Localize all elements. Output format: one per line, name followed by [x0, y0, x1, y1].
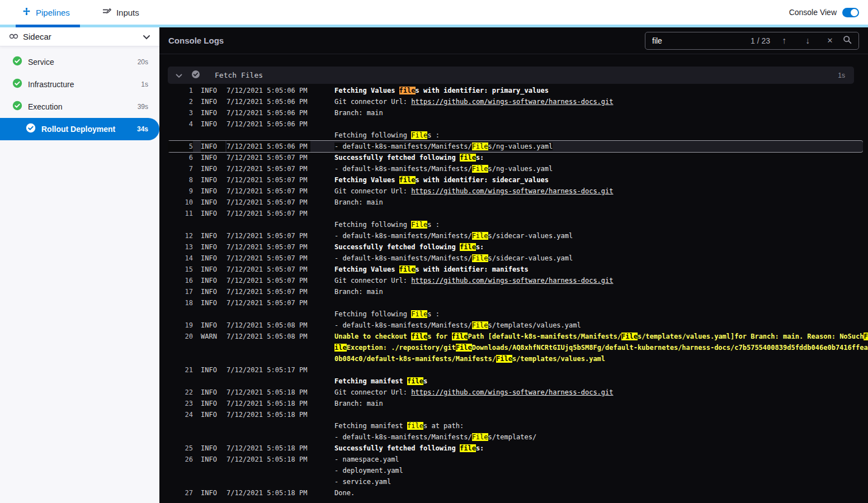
log-line-5: 5INFO7/12/2021 5:05:06 PM- default-k8s-m…	[168, 141, 863, 152]
stage-header-sidecar[interactable]: Sidecar	[0, 27, 159, 46]
search-match: file	[460, 444, 476, 452]
log-line-13: 13INFO7/12/2021 5:05:07 PMSuccessfully f…	[168, 241, 863, 253]
search-match: File	[411, 131, 427, 139]
log-message-row	[334, 297, 863, 309]
log-text: s :	[427, 310, 440, 318]
chevron-down-icon[interactable]	[143, 32, 150, 42]
section-duration: 1s	[838, 72, 845, 79]
log-message: Unable to checkout files for filePath [d…	[334, 331, 863, 364]
log-timestamp: 7/12/2021 5:05:08 PM	[227, 320, 310, 331]
section-title: Fetch Files	[215, 71, 838, 79]
tab-pipelines-label: Pipelines	[36, 8, 70, 17]
log-text: s at path:	[423, 422, 464, 430]
log-line-number: 18	[168, 297, 193, 309]
log-text: s/ng-values.yaml	[488, 165, 553, 173]
search-icon[interactable]	[843, 35, 852, 46]
log-message: - default-k8s-manifests/Manifests/Files/…	[334, 230, 863, 241]
tab-strip	[0, 25, 868, 27]
log-message: Git connector Url: https://github.com/wi…	[334, 275, 863, 286]
log-viewport[interactable]: Fetch Files 1s 1INFO7/12/2021 5:05:06 PM…	[159, 54, 868, 503]
sidebar-item-rollout-deployment[interactable]: Rollout Deployment34s	[0, 118, 159, 140]
log-line-number: 8	[168, 174, 193, 186]
console-panel: Console Logs 1 / 23 ↑ ↓ ✕ Fetch	[159, 27, 868, 503]
log-level: INFO	[201, 197, 225, 208]
log-text: Downloads/AQ8xhfNCRtGIUjq5bSM8Fg/default…	[472, 344, 868, 352]
log-message: Fetching following Files :	[334, 297, 863, 320]
search-input[interactable]	[652, 36, 746, 45]
log-message-row: - default-k8s-manifests/Manifests/Files/…	[334, 230, 863, 241]
log-timestamp: 7/12/2021 5:05:07 PM	[227, 163, 310, 174]
log-text: Successfully fetched following	[334, 154, 460, 162]
log-timestamp: 7/12/2021 5:05:07 PM	[227, 152, 310, 163]
step-duration: 34s	[137, 125, 148, 133]
log-message: - default-k8s-manifests/Manifests/Files/…	[334, 163, 863, 174]
log-line-6: 6INFO7/12/2021 5:05:07 PMSuccessfully fe…	[168, 152, 863, 163]
section-chevron-down-icon[interactable]	[176, 70, 182, 80]
log-line-number: 20	[168, 331, 193, 342]
search-match: File	[411, 310, 427, 318]
search-prev-button[interactable]: ↑	[775, 36, 794, 46]
log-message: Branch: main	[334, 197, 863, 208]
log-message-row: Fetching manifest files	[334, 376, 863, 387]
log-message: Fetching manifest files at path:- defaul…	[334, 409, 863, 443]
log-line-2: 2INFO7/12/2021 5:05:06 PMGit connector U…	[168, 96, 863, 107]
log-message: Fetching Values files with identifier: s…	[334, 174, 863, 186]
log-text: - default-k8s-manifests/Manifests/	[334, 232, 472, 240]
tab-inputs[interactable]: Inputs	[102, 7, 139, 17]
log-message: Git connector Url: https://github.com/wi…	[334, 387, 863, 398]
log-link[interactable]: https://github.com/wings-software/harnes…	[411, 277, 613, 284]
log-text: Git connector Url:	[334, 187, 411, 195]
log-link[interactable]: https://github.com/wings-software/harnes…	[411, 187, 613, 195]
step-label: Service	[28, 58, 138, 67]
log-message: - default-k8s-manifests/Manifests/Files/…	[334, 253, 863, 264]
log-text: - default-k8s-manifests/Manifests/	[334, 321, 472, 329]
log-line-number: 17	[168, 286, 193, 297]
step-label: Rollout Deployment	[41, 125, 137, 134]
log-message-row: Git connector Url: https://github.com/wi…	[334, 387, 863, 398]
log-line-21: 21INFO7/12/2021 5:05:17 PMFetching manif…	[168, 364, 863, 387]
log-timestamp: 7/12/2021 5:05:07 PM	[227, 230, 310, 241]
log-timestamp: 7/12/2021 5:05:06 PM	[227, 118, 310, 130]
console-view-toggle[interactable]	[842, 8, 859, 17]
log-line-number: 19	[168, 320, 193, 331]
log-text: - default-k8s-manifests/Manifests/	[334, 433, 472, 441]
search-clear-button[interactable]: ✕	[822, 36, 838, 45]
log-level: INFO	[201, 241, 225, 253]
log-timestamp: 7/12/2021 5:05:07 PM	[227, 275, 310, 286]
sidebar-item-service[interactable]: Service20s	[0, 51, 159, 73]
log-message: Branch: main	[334, 398, 863, 409]
log-line-number: 23	[168, 398, 193, 409]
log-line-number: 16	[168, 275, 193, 286]
log-text: s/sidecar-values.yaml	[488, 232, 573, 240]
log-section-header-fetch-files[interactable]: Fetch Files 1s	[168, 67, 854, 84]
sidebar-item-infrastructure[interactable]: Infrastructure1s	[0, 73, 159, 96]
step-list: Service20sInfrastructure1sExecution39sRo…	[0, 46, 159, 140]
log-line-number: 26	[168, 454, 193, 465]
log-link[interactable]: https://github.com/wings-software/harnes…	[411, 388, 613, 396]
log-text: - default-k8s-manifests/Manifests/	[334, 165, 472, 173]
sidebar-item-execution[interactable]: Execution39s	[0, 96, 159, 118]
log-line-number: 6	[168, 152, 193, 163]
log-timestamp: 7/12/2021 5:05:18 PM	[227, 454, 310, 465]
log-text: Successfully fetched following	[334, 444, 460, 452]
log-timestamp: 7/12/2021 5:05:07 PM	[227, 241, 310, 253]
log-text: s/templates/values.yaml]for Branch: main…	[638, 333, 864, 340]
log-message: Fetching following Files :	[334, 208, 863, 230]
log-level: INFO	[201, 152, 225, 163]
log-level: INFO	[201, 141, 225, 152]
search-match: File	[472, 165, 488, 173]
log-timestamp: 7/12/2021 5:05:07 PM	[227, 197, 310, 208]
search-next-button[interactable]: ↓	[798, 36, 817, 46]
log-link[interactable]: https://github.com/wings-software/harnes…	[411, 98, 613, 106]
log-message-row: Fetching Values files with identifier: m…	[334, 264, 863, 275]
search-match: ile	[334, 344, 347, 352]
log-line-number: 22	[168, 387, 193, 398]
log-search-box[interactable]: 1 / 23 ↑ ↓ ✕	[645, 32, 859, 50]
log-text: s :	[427, 131, 440, 139]
log-message: Successfully fetched following files:	[334, 241, 863, 253]
log-line-8: 8INFO7/12/2021 5:05:07 PMFetching Values…	[168, 174, 863, 186]
log-message-row: Branch: main	[334, 107, 863, 118]
log-line-27: 27INFO7/12/2021 5:05:18 PMDone.	[168, 487, 863, 499]
tab-pipelines[interactable]: Pipelines	[22, 7, 70, 17]
log-text: s for	[427, 333, 451, 340]
